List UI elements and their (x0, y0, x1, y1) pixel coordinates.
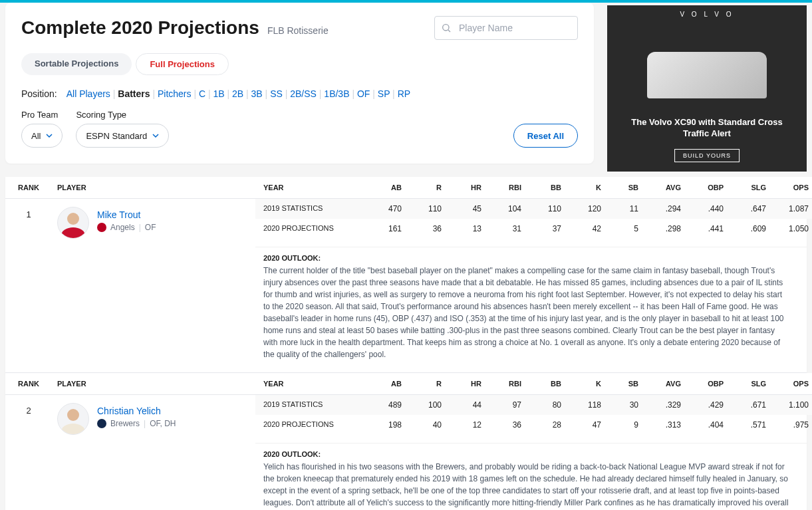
col-k: K (568, 177, 608, 198)
stat-ab: 198 (368, 415, 408, 435)
player-team: Angels (110, 223, 135, 232)
outlook-title: 2020 OUTLOOK: (263, 450, 791, 458)
col-hr: HR (448, 177, 488, 198)
position-2bss[interactable]: 2B/SS (290, 88, 317, 99)
player-rank: 2 (5, 403, 52, 435)
col-ab: AB (368, 373, 408, 394)
col-slg: SLG (730, 177, 773, 198)
position-ss[interactable]: SS (270, 88, 283, 99)
position-1b[interactable]: 1B (213, 88, 224, 99)
col-bb: BB (528, 373, 568, 394)
player-name-link[interactable]: Mike Trout (97, 209, 156, 220)
col-year: YEAR (255, 177, 368, 198)
page-title: Complete 2020 Projections (21, 17, 259, 39)
col-k: K (568, 373, 608, 394)
position-c[interactable]: C (199, 88, 205, 99)
player-avatar[interactable] (57, 403, 89, 435)
position-allplayers[interactable]: All Players (67, 88, 110, 99)
position-sp[interactable]: SP (378, 88, 390, 99)
ad-text: The Volvo XC90 with Standard Cross Traff… (607, 117, 807, 140)
outlook-text: The current holder of the title "best ba… (263, 265, 791, 360)
pro-team-label: Pro Team (21, 110, 63, 120)
stat-slg: .609 (730, 219, 773, 239)
player-avatar[interactable] (57, 207, 89, 239)
scoring-dropdown[interactable]: ESPN Standard (76, 124, 169, 148)
stat-rbi: 31 (488, 219, 528, 239)
stat-bb: 80 (528, 395, 568, 415)
position-label: Position: (21, 88, 57, 99)
ad-banner[interactable]: V O L V O The Volvo XC90 with Standard C… (607, 5, 807, 172)
player-name-link[interactable]: Christian Yelich (97, 406, 176, 416)
player-rank: 1 (5, 207, 52, 239)
player-position: OF, DH (150, 419, 176, 428)
col-player: PLAYER (52, 177, 86, 198)
stat-hr: 13 (448, 219, 488, 239)
stat-slg: .571 (730, 415, 773, 435)
stat-year-label: 2020 PROJECTIONS (255, 219, 368, 239)
position-batters[interactable]: Batters (118, 88, 150, 99)
stat-avg: .294 (645, 199, 688, 219)
position-2b[interactable]: 2B (232, 88, 243, 99)
stat-avg: .313 (645, 415, 688, 435)
tab-sortable[interactable]: Sortable Projections (21, 53, 132, 75)
position-of[interactable]: OF (357, 88, 370, 99)
outlook-title: 2020 OUTLOOK: (263, 254, 791, 262)
position-filter-row: Position: All Players | Batters | Pitche… (21, 88, 578, 99)
stat-sb: 11 (608, 199, 645, 219)
col-rank: RANK (5, 177, 52, 198)
position-1b3b[interactable]: 1B/3B (324, 88, 349, 99)
player-search[interactable] (434, 16, 578, 40)
stat-r: 40 (408, 415, 448, 435)
ad-brand: V O L V O (680, 11, 734, 18)
position-rp[interactable]: RP (398, 88, 410, 99)
position-pitchers[interactable]: Pitchers (158, 88, 192, 99)
col-rank: RANK (5, 373, 52, 394)
stat-bb: 110 (528, 199, 568, 219)
stat-bb: 37 (528, 219, 568, 239)
page-subtitle: FLB Rotisserie (267, 25, 329, 36)
col-bb: BB (528, 177, 568, 198)
col-avg: AVG (645, 177, 688, 198)
reset-button[interactable]: Reset All (513, 124, 578, 148)
position-3b[interactable]: 3B (251, 88, 263, 99)
col-obp: OBP (688, 373, 730, 394)
col-sb: SB (608, 373, 645, 394)
scoring-label: Scoring Type (76, 110, 169, 120)
stat-obp: .429 (688, 395, 730, 415)
stat-avg: .329 (645, 395, 688, 415)
col-rbi: RBI (488, 177, 528, 198)
stat-bb: 28 (528, 415, 568, 435)
stat-ops: 1.050 (773, 219, 812, 239)
stat-obp: .441 (688, 219, 730, 239)
svg-point-0 (443, 25, 449, 31)
col-slg: SLG (730, 373, 773, 394)
player-position: OF (145, 223, 156, 232)
col-ab: AB (368, 177, 408, 198)
ad-cta-button[interactable]: BUILD YOURS (674, 149, 740, 162)
pro-team-dropdown[interactable]: All (21, 124, 63, 148)
tab-full[interactable]: Full Projections (136, 53, 229, 75)
stat-ab: 489 (368, 395, 408, 415)
col-rbi: RBI (488, 373, 528, 394)
stat-k: 120 (568, 199, 608, 219)
pro-team-value: All (31, 131, 41, 141)
stat-rbi: 104 (488, 199, 528, 219)
search-input[interactable] (434, 16, 578, 40)
stat-r: 100 (408, 395, 448, 415)
stat-avg: .298 (645, 219, 688, 239)
stat-hr: 44 (448, 395, 488, 415)
scoring-value: ESPN Standard (86, 131, 147, 141)
projections-table: RANKPLAYERYEARABRHRRBIBBKSBAVGOBPSLGOPS … (5, 177, 807, 510)
team-logo-icon (97, 223, 106, 232)
filters-card: Complete 2020 Projections FLB Rotisserie… (5, 3, 594, 164)
stat-sb: 9 (608, 415, 645, 435)
outlook-text: Yelich has flourished in his two seasons… (263, 461, 791, 510)
stat-year-label: 2019 STATISTICS (255, 199, 368, 219)
stat-ops: 1.100 (773, 395, 812, 415)
col-r: R (408, 177, 448, 198)
stat-year-label: 2020 PROJECTIONS (255, 415, 368, 435)
stat-ops: 1.087 (773, 199, 812, 219)
col-hr: HR (448, 373, 488, 394)
stat-hr: 45 (448, 199, 488, 219)
col-ops: OPS (773, 373, 812, 394)
